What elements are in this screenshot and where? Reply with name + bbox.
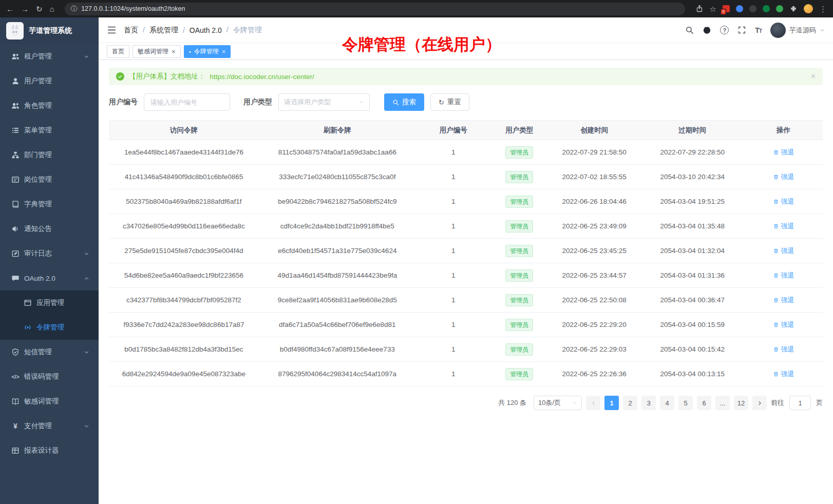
sidebar-item-post[interactable]: 岗位管理 — [0, 167, 99, 192]
expire-time-cell: 2054-03-04 01:32:04 — [641, 239, 745, 263]
app-logo[interactable]: 芋道管理系统 — [0, 17, 99, 44]
doc-link[interactable]: https://doc.iocoder.cn/user-center/ — [210, 73, 314, 81]
page-button[interactable]: 4 — [660, 396, 674, 410]
expire-time-cell: 2054-03-04 00:13:15 — [641, 362, 745, 386]
prev-page-button[interactable] — [586, 396, 600, 410]
reset-button[interactable]: ↻ 重置 — [430, 93, 469, 111]
sidebar-item-label: 字典管理 — [24, 200, 89, 209]
breadcrumb-home[interactable]: 首页 — [124, 26, 138, 35]
sidebar-item-token[interactable]: 令牌管理 — [0, 315, 99, 340]
address-bar[interactable]: ⓘ 127.0.0.1:1024/system/oauth2/token — [65, 3, 685, 15]
sidebar-item-oauth[interactable]: OAuth 2.0 — [0, 266, 99, 290]
created-time-cell: 2022-06-25 23:44:57 — [548, 263, 641, 288]
page-size-select[interactable]: 10条/页 — [534, 396, 582, 410]
force-logout-button[interactable]: 强退 — [773, 148, 794, 157]
sidebar-item-sensitive-word[interactable]: 敏感词管理 — [0, 389, 99, 414]
page-button[interactable]: 5 — [678, 396, 693, 410]
sidebar-item-audit-log[interactable]: 审计日志 — [0, 241, 99, 266]
sidebar-item-label: 令牌管理 — [36, 323, 89, 332]
search-icon[interactable] — [685, 26, 694, 34]
menu-list-icon — [11, 126, 20, 134]
report-designer-icon — [11, 447, 20, 455]
sidebar-item-report-designer[interactable]: 报表设计器 — [0, 438, 99, 463]
user-menu[interactable]: 芋道源码 — [770, 23, 825, 38]
extension-badge: 0 — [721, 9, 726, 15]
dictionary-icon — [11, 200, 20, 208]
force-logout-button[interactable]: 强退 — [773, 172, 794, 182]
browser-menu-icon[interactable]: ⋮ — [819, 5, 827, 13]
sidebar-item-announcement[interactable]: 通知公告 — [0, 217, 99, 241]
browser-reload-button[interactable]: ↻ — [36, 5, 43, 13]
trash-icon — [773, 223, 779, 229]
more-pages-button[interactable]: ... — [715, 396, 730, 410]
page-button[interactable]: 6 — [697, 396, 711, 410]
font-size-icon[interactable]: TT — [755, 26, 762, 34]
bookmark-star-icon[interactable]: ☆ — [710, 5, 716, 13]
page-button[interactable]: 3 — [641, 396, 656, 410]
force-logout-button[interactable]: 强退 — [773, 345, 794, 354]
goto-page-input[interactable] — [789, 396, 811, 410]
user-type-select[interactable]: 请选择用户类型 — [278, 93, 370, 111]
extension-icon[interactable] — [763, 5, 770, 12]
browser-back-button[interactable]: ← — [6, 5, 14, 13]
close-icon[interactable]: × — [222, 48, 226, 55]
breadcrumb-system[interactable]: 系统管理 — [138, 26, 178, 35]
github-icon[interactable] — [703, 26, 711, 34]
force-logout-button[interactable]: 强退 — [773, 271, 794, 280]
force-logout-button[interactable]: 强退 — [773, 222, 794, 231]
tab-home[interactable]: 首页 — [107, 45, 129, 58]
force-logout-label: 强退 — [781, 271, 794, 280]
page-size-value: 10条/页 — [538, 398, 561, 408]
sidebar-item-payment[interactable]: ¥ 支付管理 — [0, 414, 99, 438]
token-table: 访问令牌 刷新令牌 用户编号 用户类型 创建时间 过期时间 操作 — [109, 120, 823, 386]
browser-home-button[interactable]: ⌂ — [50, 5, 54, 13]
force-logout-button[interactable]: 强退 — [773, 246, 794, 256]
sidebar-item-role[interactable]: 角色管理 — [0, 93, 99, 118]
close-icon[interactable]: × — [172, 48, 176, 55]
action-cell: 强退 — [744, 214, 823, 239]
sidebar-item-application[interactable]: 应用管理 — [0, 290, 99, 315]
user-id-cell: 1 — [416, 165, 491, 189]
page-button[interactable]: 1 — [604, 396, 619, 410]
sidebar-item-department[interactable]: 部门管理 — [0, 143, 99, 167]
sidebar-item-error-code[interactable]: </> 错误码管理 — [0, 364, 99, 389]
action-cell: 强退 — [744, 239, 823, 263]
tab-sensitive-word[interactable]: 敏感词管理 × — [132, 45, 181, 58]
next-page-button[interactable] — [752, 396, 767, 410]
breadcrumb-oauth[interactable]: OAuth 2.0 — [178, 26, 222, 34]
user-id-input[interactable] — [144, 93, 230, 111]
force-logout-button[interactable]: 强退 — [773, 370, 794, 379]
sidebar-item-menu[interactable]: 菜单管理 — [0, 118, 99, 143]
trash-icon — [773, 273, 779, 279]
sidebar-item-user[interactable]: 用户管理 — [0, 69, 99, 93]
extensions-puzzle-icon[interactable] — [789, 5, 798, 13]
search-button[interactable]: 搜索 — [384, 93, 424, 111]
force-logout-button[interactable]: 强退 — [773, 320, 794, 329]
main-area: 首页 系统管理 OAuth 2.0 令牌管理 ? TT 芋道源码 — [99, 17, 833, 504]
browser-profile-avatar[interactable] — [804, 4, 813, 13]
sidebar-item-sms[interactable]: 短信管理 — [0, 340, 99, 364]
page-button[interactable]: 12 — [734, 396, 748, 410]
sidebar-item-dictionary[interactable]: 字典管理 — [0, 192, 99, 217]
extension-icon[interactable] — [749, 5, 756, 12]
chevron-down-icon — [84, 54, 89, 60]
fullscreen-icon[interactable] — [737, 26, 746, 34]
site-info-icon[interactable]: ⓘ — [71, 5, 78, 13]
help-icon[interactable]: ? — [720, 26, 729, 34]
browser-forward-button[interactable]: → — [21, 5, 29, 13]
tab-token[interactable]: ● 令牌管理 × — [184, 45, 231, 58]
annotation-text: 令牌管理（在线用户） — [342, 34, 501, 55]
extension-icon[interactable] — [736, 5, 743, 12]
sidebar-item-tenant[interactable]: 租户管理 — [0, 44, 99, 69]
chevron-up-icon — [84, 276, 89, 281]
force-logout-button[interactable]: 强退 — [773, 296, 794, 305]
sidebar-collapse-icon[interactable] — [107, 25, 117, 35]
share-icon[interactable] — [695, 5, 704, 13]
sidebar-menu: 租户管理 用户管理 角色管理 菜单管理 部门管理 — [0, 44, 99, 504]
extension-icon[interactable] — [776, 5, 783, 12]
chevron-left-icon — [591, 400, 596, 406]
page-button[interactable]: 2 — [623, 396, 637, 410]
alert-close-icon[interactable]: × — [811, 72, 816, 81]
force-logout-button[interactable]: 强退 — [773, 197, 794, 206]
extension-icon[interactable]: 0 — [723, 5, 730, 12]
